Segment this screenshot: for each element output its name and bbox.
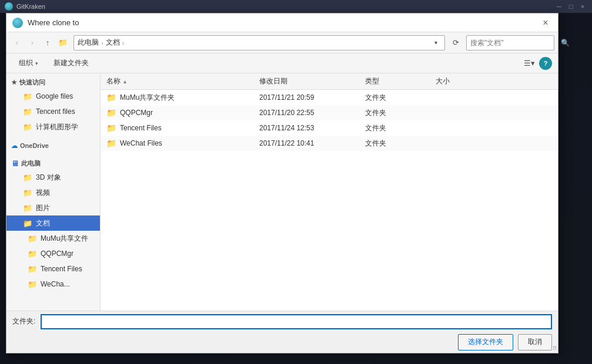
pc-icon: 🖥 (11, 159, 19, 168)
breadcrumb-bar: 此电脑 › 文档 › ▾ (73, 35, 445, 50)
header-size[interactable]: 大小 (436, 76, 483, 86)
sidebar-item-mumu[interactable]: 📁 MuMu共享文件 (6, 231, 100, 246)
sidebar-item-tencent[interactable]: 📁 Tencent Files (6, 261, 100, 277)
app-title: GitKraken (16, 3, 45, 10)
app-titlebar: GitKraken ─ □ × (0, 0, 592, 13)
header-type[interactable]: 类型 (365, 76, 436, 86)
breadcrumb-this-pc[interactable]: 此电脑 (78, 38, 99, 48)
organize-label: 组织 (19, 58, 33, 68)
app-icon (5, 2, 13, 11)
folder-icon: 📁 (23, 173, 32, 182)
search-input[interactable] (470, 39, 558, 47)
file-type: 文件夹 (365, 93, 436, 103)
quick-access-group: ★ 快速访问 📁 Google files 📁 Tencent files 📁 … (6, 73, 100, 137)
file-type: 文件夹 (365, 123, 436, 133)
search-icon: 🔍 (561, 39, 570, 47)
file-type: 文件夹 (365, 139, 436, 149)
sidebar-item-cgraph[interactable]: 📁 计算机图形学 (6, 119, 100, 134)
folder-icon: 📁 (23, 204, 32, 213)
cloud-icon: ☁ (11, 142, 18, 150)
folder-icon: 📁 (23, 92, 32, 101)
file-date: 2017/11/21 20:59 (259, 93, 365, 102)
bottom-area: 文件夹: 选择文件夹 取消 (6, 311, 558, 353)
breadcrumb-sep-1: › (101, 39, 103, 46)
file-type: 文件夹 (365, 108, 436, 118)
file-list-header: 名称 ▲ 修改日期 类型 大小 (101, 73, 558, 90)
button-row: 选择文件夹 取消 (12, 334, 552, 350)
back-button[interactable]: ‹ (10, 36, 24, 50)
file-folder-icon: 📁 (106, 123, 116, 133)
folder-button[interactable]: 📁 (56, 36, 70, 50)
left-panel: ★ 快速访问 📁 Google files 📁 Tencent files 📁 … (6, 73, 101, 311)
maximize-button[interactable]: □ (566, 2, 576, 11)
table-row[interactable]: 📁 WeChat Files 2017/11/22 10:41 文件夹 (101, 136, 558, 151)
help-button[interactable]: ? (539, 57, 552, 70)
organize-button[interactable]: 组织 ▾ (12, 56, 45, 71)
toolbar: 组织 ▾ 新建文件夹 ☰ ▾ ? (6, 53, 558, 73)
table-row[interactable]: 📁 QQPCMgr 2017/11/20 22:55 文件夹 (101, 105, 558, 120)
view-arrow: ▾ (531, 59, 535, 68)
file-name: 📁 MuMu共享文件夹 (106, 93, 259, 103)
minimize-button[interactable]: ─ (554, 2, 564, 11)
sidebar-item-google-files[interactable]: 📁 Google files (6, 89, 100, 104)
content-area: ★ 快速访问 📁 Google files 📁 Tencent files 📁 … (6, 73, 558, 311)
sort-arrow: ▲ (122, 79, 128, 85)
folder-icon: 📁 (28, 280, 37, 289)
this-pc-header: 🖥 此电脑 (6, 157, 100, 170)
dialog-titlebar: Where clone to × (6, 14, 558, 32)
folder-icon: 📁 (28, 265, 37, 274)
view-button[interactable]: ☰ ▾ (521, 56, 537, 71)
clone-dialog: Where clone to × ‹ › ↑ 📁 此电脑 › 文档 › ▾ ⟳ … (6, 13, 558, 353)
sidebar-item-qqpcmgr[interactable]: 📁 QQPCMgr (6, 246, 100, 261)
new-folder-button[interactable]: 新建文件夹 (47, 56, 95, 71)
sidebar-item-wechat[interactable]: 📁 WeCha... (6, 277, 100, 292)
quick-access-header: ★ 快速访问 (6, 76, 100, 89)
folder-icon: 📁 (28, 234, 37, 243)
file-date: 2017/11/20 22:55 (259, 109, 365, 117)
table-row[interactable]: 📁 Tencent Files 2017/11/24 12:53 文件夹 (101, 120, 558, 136)
file-folder-icon: 📁 (106, 139, 116, 148)
up-button[interactable]: ↑ (41, 36, 55, 50)
sidebar-item-3d[interactable]: 📁 3D 对象 (6, 170, 100, 185)
quick-access-icon: ★ (11, 79, 17, 86)
sidebar-item-video[interactable]: 📁 视频 (6, 185, 100, 200)
filename-row: 文件夹: (12, 314, 552, 329)
breadcrumb-documents[interactable]: 文档 (106, 38, 120, 48)
breadcrumb-dropdown-button[interactable]: ▾ (430, 38, 441, 48)
view-icon: ☰ (524, 59, 531, 68)
onedrive-header: ☁ OneDrive (6, 139, 100, 152)
file-folder-icon: 📁 (106, 108, 116, 117)
forward-button[interactable]: › (25, 36, 39, 50)
folder-icon: 📁 (23, 219, 32, 228)
sidebar-item-documents[interactable]: 📁 文档 (6, 215, 100, 231)
breadcrumb-sep-2: › (122, 39, 125, 46)
navigation-bar: ‹ › ↑ 📁 此电脑 › 文档 › ▾ ⟳ 🔍 (6, 32, 558, 53)
sidebar-item-tencent-files[interactable]: 📁 Tencent files (6, 104, 100, 119)
folder-icon: 📁 (23, 107, 32, 116)
file-name: 📁 Tencent Files (106, 123, 259, 133)
organize-arrow: ▾ (35, 60, 38, 66)
filename-label: 文件夹: (12, 316, 36, 326)
sidebar-item-pictures[interactable]: 📁 图片 (6, 200, 100, 215)
file-date: 2017/11/24 12:53 (259, 124, 365, 132)
refresh-button[interactable]: ⟳ (449, 36, 463, 50)
header-date[interactable]: 修改日期 (259, 76, 365, 86)
window-controls: ─ □ × (554, 2, 587, 11)
filename-input[interactable] (41, 314, 552, 329)
file-date: 2017/11/22 10:41 (259, 139, 365, 147)
file-folder-icon: 📁 (106, 93, 116, 102)
dialog-title: Where clone to (28, 18, 539, 27)
search-box: 🔍 (466, 35, 554, 50)
resize-handle[interactable] (551, 346, 558, 353)
folder-icon: 📁 (23, 123, 32, 132)
cancel-button[interactable]: 取消 (518, 334, 552, 350)
select-folder-button[interactable]: 选择文件夹 (458, 334, 513, 350)
toolbar-right: ☰ ▾ ? (521, 56, 552, 71)
folder-icon: 📁 (23, 188, 32, 197)
close-app-button[interactable]: × (578, 2, 587, 11)
dialog-close-button[interactable]: × (539, 16, 552, 29)
file-name: 📁 QQPCMgr (106, 108, 259, 117)
table-row[interactable]: 📁 MuMu共享文件夹 2017/11/21 20:59 文件夹 (101, 90, 558, 105)
header-name[interactable]: 名称 ▲ (106, 76, 259, 86)
file-name: 📁 WeChat Files (106, 139, 259, 148)
